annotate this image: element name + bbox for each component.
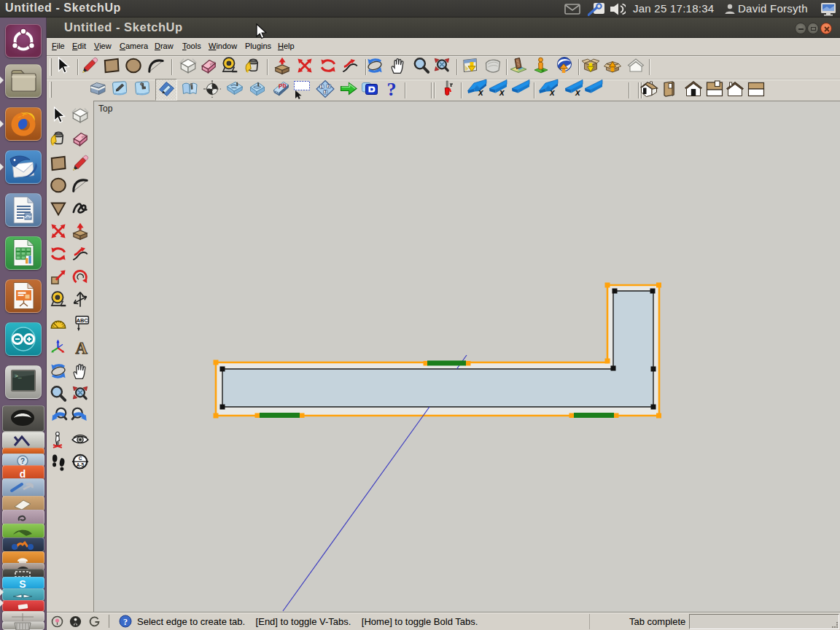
- svg-text:?: ?: [123, 617, 128, 627]
- svg-text:>_: >_: [15, 373, 22, 379]
